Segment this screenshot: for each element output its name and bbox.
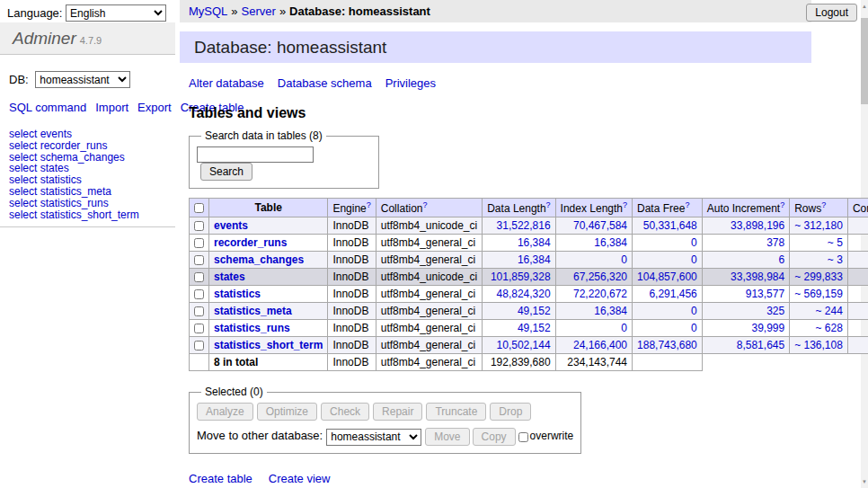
database-nav-link[interactable]: Database schema xyxy=(278,76,372,90)
column-help-link[interactable]: ? xyxy=(422,200,427,209)
row-select-checkbox[interactable] xyxy=(194,272,204,282)
data-length-link[interactable]: 101,859,328 xyxy=(491,271,551,283)
auto-increment-link[interactable]: 913,577 xyxy=(746,288,784,300)
row-select-checkbox[interactable] xyxy=(194,289,204,299)
sidebar-action-link[interactable]: SQL command xyxy=(9,101,86,114)
row-select-checkbox[interactable] xyxy=(194,306,204,316)
selected-action-button[interactable]: Optimize xyxy=(257,403,317,421)
data-length-link[interactable]: 49,152 xyxy=(518,305,551,317)
rows-link[interactable]: ~ 299,833 xyxy=(794,271,843,283)
database-nav-link[interactable]: Privileges xyxy=(385,76,436,90)
table-name-link[interactable]: schema_changes xyxy=(214,253,304,266)
data-free-link[interactable]: 0 xyxy=(691,236,697,249)
app-name[interactable]: Adminer xyxy=(13,29,76,48)
column-help-link[interactable]: ? xyxy=(821,200,826,209)
table-name-link[interactable]: recorder_runs xyxy=(214,236,287,249)
row-select-checkbox[interactable] xyxy=(194,255,204,265)
rows-link[interactable]: ~ 628 xyxy=(816,322,843,334)
database-nav-link[interactable]: Alter database xyxy=(189,76,264,90)
data-free-link[interactable]: 104,857,600 xyxy=(637,271,697,283)
language-select[interactable]: English xyxy=(66,4,166,22)
sidebar-table-link[interactable]: select statistics_runs xyxy=(9,198,175,209)
rows-link[interactable]: ~ 569,159 xyxy=(794,288,843,300)
selected-action-button[interactable]: Drop xyxy=(490,403,531,421)
data-free-link[interactable]: 0 xyxy=(691,322,697,334)
scroll-up-icon[interactable]: ▲ xyxy=(861,2,868,11)
rows-link[interactable]: ~ 3 xyxy=(828,253,843,266)
column-help-link[interactable]: ? xyxy=(780,200,784,209)
selected-action-button[interactable]: Check xyxy=(321,403,369,421)
engine-cell: InnoDB xyxy=(328,269,376,286)
data-free-link[interactable]: 188,743,680 xyxy=(637,339,697,351)
search-input[interactable] xyxy=(197,146,314,163)
data-free-link[interactable]: 0 xyxy=(691,305,697,317)
sidebar-action-link[interactable]: Export xyxy=(137,101,172,114)
selected-action-button[interactable]: Analyze xyxy=(197,403,253,421)
db-select[interactable]: homeassistant xyxy=(35,71,130,88)
data-free-link[interactable]: 0 xyxy=(691,253,697,266)
search-fieldset: Search data in tables (8) Search xyxy=(189,129,379,189)
rows-cell: ~ 3 xyxy=(790,252,848,269)
total-collation: utf8mb4_general_ci xyxy=(376,354,482,371)
auto-increment-link[interactable]: 39,999 xyxy=(751,322,784,334)
column-help-link[interactable]: ? xyxy=(685,200,689,209)
index-length-link[interactable]: 67,256,320 xyxy=(573,271,627,283)
create-link[interactable]: Create table xyxy=(189,472,252,485)
index-length-link[interactable]: 16,384 xyxy=(594,305,627,317)
column-help-link[interactable]: ? xyxy=(623,200,627,209)
data-length-link[interactable]: 16,384 xyxy=(518,253,551,266)
table-name-link[interactable]: statistics_meta xyxy=(214,305,292,317)
auto-increment-link[interactable]: 6 xyxy=(778,253,784,266)
sidebar-table-link[interactable]: select statistics_meta xyxy=(9,186,175,198)
breadcrumb-server-link[interactable]: Server xyxy=(242,4,276,18)
column-help-link[interactable]: ? xyxy=(367,200,371,209)
rows-link[interactable]: ~ 5 xyxy=(828,236,843,249)
copy-button[interactable]: Copy xyxy=(473,428,516,446)
row-select-checkbox[interactable] xyxy=(194,324,204,333)
data-free-link[interactable]: 6,291,456 xyxy=(649,288,696,300)
sidebar-table-link[interactable]: select statistics_short_term xyxy=(9,209,175,221)
row-select-checkbox[interactable] xyxy=(194,341,204,350)
row-select-checkbox[interactable] xyxy=(194,221,204,231)
table-name-link[interactable]: statistics xyxy=(214,288,261,300)
selected-action-button[interactable]: Truncate xyxy=(426,403,486,421)
data-length-link[interactable]: 48,824,320 xyxy=(497,288,551,300)
rows-link[interactable]: ~ 136,108 xyxy=(794,339,843,351)
auto-increment-link[interactable]: 33,898,196 xyxy=(731,219,784,232)
logout-button[interactable]: Logout xyxy=(806,4,857,22)
index-length-link[interactable]: 0 xyxy=(621,322,627,334)
index-length-link[interactable]: 72,220,672 xyxy=(573,288,627,300)
data-free-link[interactable]: 50,331,648 xyxy=(643,219,697,232)
overwrite-checkbox[interactable] xyxy=(518,432,528,442)
move-db-select[interactable]: homeassistant xyxy=(326,429,421,446)
sidebar-table-link[interactable]: select events xyxy=(9,129,175,140)
auto-increment-link[interactable]: 8,581,645 xyxy=(737,339,784,351)
data-length-link[interactable]: 10,502,144 xyxy=(497,339,551,351)
auto-increment-link[interactable]: 325 xyxy=(766,305,784,317)
sidebar-action-link[interactable]: Import xyxy=(95,101,128,114)
breadcrumb-mysql-link[interactable]: MySQL xyxy=(189,4,227,18)
rows-link[interactable]: ~ 244 xyxy=(816,305,843,317)
index-length-link[interactable]: 70,467,584 xyxy=(573,219,627,232)
table-name-link[interactable]: states xyxy=(214,271,245,283)
row-select-checkbox[interactable] xyxy=(194,238,204,248)
auto-increment-link[interactable]: 33,398,984 xyxy=(731,271,784,283)
column-help-link[interactable]: ? xyxy=(546,200,551,209)
select-all-checkbox[interactable] xyxy=(194,203,204,213)
table-name-link[interactable]: statistics_runs xyxy=(214,322,290,334)
data-length-link[interactable]: 31,522,816 xyxy=(497,219,551,232)
rows-link[interactable]: ~ 312,180 xyxy=(794,219,843,232)
index-length-link[interactable]: 16,384 xyxy=(594,236,627,249)
index-length-link[interactable]: 0 xyxy=(621,253,627,266)
data-length-link[interactable]: 16,384 xyxy=(518,236,551,249)
data-length-link[interactable]: 49,152 xyxy=(518,322,551,334)
sidebar-table-link[interactable]: select recorder_runs xyxy=(9,140,175,152)
move-button[interactable]: Move xyxy=(425,428,469,446)
table-name-link[interactable]: events xyxy=(214,219,248,232)
index-length-link[interactable]: 24,166,400 xyxy=(573,339,627,351)
table-name-link[interactable]: statistics_short_term xyxy=(214,339,323,351)
search-button[interactable]: Search xyxy=(200,163,252,181)
create-link[interactable]: Create view xyxy=(269,472,331,485)
auto-increment-link[interactable]: 378 xyxy=(766,236,784,249)
selected-action-button[interactable]: Repair xyxy=(373,403,422,421)
